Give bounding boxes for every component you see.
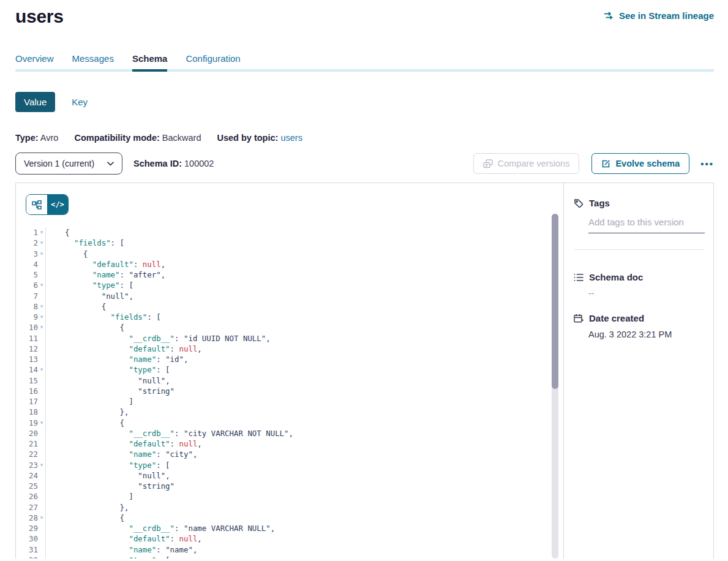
line-gutter: 5 bbox=[22, 269, 46, 280]
fold-toggle-icon[interactable]: ▾ bbox=[38, 420, 45, 426]
fold-toggle-icon[interactable]: ▾ bbox=[38, 282, 45, 288]
editor-scrollbar-track[interactable] bbox=[552, 214, 558, 559]
fold-toggle-icon[interactable]: ▾ bbox=[38, 240, 45, 246]
code-line: 17 ] bbox=[22, 396, 563, 407]
line-number: 20 bbox=[22, 429, 38, 438]
schema-sidebar: Tags Schema doc bbox=[563, 183, 713, 559]
code-line-text[interactable]: "__crdb__": "id UUID NOT NULL", bbox=[46, 334, 271, 343]
code-view-button[interactable]: </> bbox=[47, 195, 68, 214]
code-line-text[interactable]: "fields": [ bbox=[46, 312, 161, 322]
tab-messages[interactable]: Messages bbox=[72, 53, 114, 72]
value-toggle-button[interactable]: Value bbox=[15, 92, 55, 112]
code-line-text[interactable]: "null", bbox=[46, 376, 170, 385]
code-line: 4 "default": null, bbox=[22, 259, 563, 269]
code-lines[interactable]: 1▾{2▾ "fields": [3▾ {4 "default": null,5… bbox=[16, 227, 563, 559]
code-line-text[interactable]: "__crdb__": "name VARCHAR NULL", bbox=[46, 524, 275, 533]
key-toggle-link[interactable]: Key bbox=[72, 97, 88, 107]
compare-versions-button[interactable]: Compare versions bbox=[473, 153, 580, 174]
code-line-text[interactable]: "string" bbox=[46, 386, 174, 396]
fold-toggle-icon[interactable]: ▾ bbox=[38, 304, 45, 309]
stream-lineage-link[interactable]: See in Stream lineage bbox=[604, 10, 714, 21]
line-number: 27 bbox=[22, 503, 38, 512]
line-gutter: 15 bbox=[22, 375, 46, 386]
code-line-text[interactable]: "__crdb__": "city VARCHAR NOT NULL", bbox=[46, 429, 293, 438]
code-line-text[interactable]: ] bbox=[46, 492, 133, 501]
code-line: 3▾ { bbox=[22, 249, 563, 259]
tree-view-button[interactable] bbox=[26, 195, 47, 214]
fold-toggle-icon[interactable]: ▾ bbox=[38, 515, 45, 521]
fold-toggle-icon[interactable]: ▾ bbox=[38, 557, 45, 559]
value-key-toggle: Value Key bbox=[15, 92, 714, 112]
line-gutter: 8▾ bbox=[22, 301, 46, 312]
compatibility-value: Backward bbox=[162, 133, 201, 143]
code-line-text[interactable]: { bbox=[46, 228, 69, 237]
code-line-text[interactable]: }, bbox=[46, 503, 129, 512]
code-line-text[interactable]: { bbox=[46, 302, 106, 311]
fold-toggle-icon[interactable]: ▾ bbox=[38, 367, 45, 372]
code-line-text[interactable]: "default": null, bbox=[46, 439, 202, 448]
type-value: Avro bbox=[40, 133, 59, 143]
tab-configuration[interactable]: Configuration bbox=[186, 53, 240, 72]
code-line-text[interactable]: { bbox=[46, 323, 124, 332]
code-line-text[interactable]: "default": null, bbox=[46, 344, 202, 353]
code-line-text[interactable]: "type": [ bbox=[46, 365, 170, 374]
code-line-text[interactable]: }, bbox=[46, 407, 129, 416]
code-line-text[interactable]: "type": [ bbox=[46, 280, 133, 290]
stream-lineage-icon bbox=[604, 12, 615, 20]
code-line-text[interactable]: "name": "after", bbox=[46, 270, 165, 279]
page-header: users See in Stream lineage bbox=[15, 0, 714, 27]
code-line-text[interactable]: "null", bbox=[46, 471, 170, 480]
line-number: 14 bbox=[22, 365, 38, 374]
date-created-value: Aug. 3 2022 3:21 PM bbox=[588, 329, 704, 339]
code-line-text[interactable]: "name": "name", bbox=[46, 545, 197, 554]
line-gutter: 1▾ bbox=[22, 227, 46, 238]
line-number: 13 bbox=[22, 355, 38, 364]
fold-toggle-icon[interactable]: ▾ bbox=[38, 325, 45, 330]
version-select[interactable]: Version 1 (current) bbox=[15, 152, 122, 175]
fold-toggle-icon[interactable]: ▾ bbox=[38, 251, 45, 257]
code-line-text[interactable]: "name": "id", bbox=[46, 355, 188, 364]
code-line-text[interactable]: { bbox=[46, 249, 88, 258]
code-line: 27 }, bbox=[22, 502, 563, 513]
evolve-schema-button[interactable]: Evolve schema bbox=[591, 153, 689, 174]
code-line-text[interactable]: "fields": [ bbox=[46, 238, 124, 247]
tab-schema[interactable]: Schema bbox=[132, 53, 168, 72]
code-line-text[interactable]: { bbox=[46, 513, 124, 522]
schema-id-label: Schema ID: bbox=[133, 159, 182, 168]
topic-label: Used by topic: bbox=[217, 133, 278, 143]
code-line-text[interactable]: { bbox=[46, 418, 124, 427]
code-line-text[interactable]: "type": [ bbox=[46, 461, 170, 470]
code-line-text[interactable]: "name": "city", bbox=[46, 450, 197, 459]
more-options-button[interactable]: ••• bbox=[700, 159, 714, 169]
tags-input[interactable] bbox=[588, 217, 705, 233]
fold-toggle-icon[interactable]: ▾ bbox=[38, 314, 45, 320]
stream-lineage-label: See in Stream lineage bbox=[619, 10, 714, 21]
fold-toggle-icon[interactable]: ▾ bbox=[38, 462, 45, 468]
code-line: 12 "default": null, bbox=[22, 344, 563, 354]
code-line: 9▾ "fields": [ bbox=[22, 312, 563, 322]
editor-scrollbar-thumb[interactable] bbox=[552, 214, 558, 389]
evolve-schema-label: Evolve schema bbox=[615, 159, 680, 168]
code-line-text[interactable]: ] bbox=[46, 397, 133, 406]
code-line: 24 "null", bbox=[22, 470, 563, 481]
compatibility-mode: Compatibility mode: Backward bbox=[74, 133, 201, 143]
code-line-text[interactable]: "default": null, bbox=[46, 260, 165, 269]
calendar-plus-icon bbox=[574, 314, 584, 323]
code-line-text[interactable]: "type": [ bbox=[46, 555, 170, 559]
fold-toggle-icon[interactable]: ▾ bbox=[38, 230, 45, 235]
topic-link[interactable]: users bbox=[280, 133, 302, 143]
line-number: 6 bbox=[22, 280, 38, 290]
schema-meta: Type: Avro Compatibility mode: Backward … bbox=[15, 133, 714, 143]
code-line: 10▾ { bbox=[22, 322, 563, 333]
line-number: 3 bbox=[22, 249, 38, 258]
tree-view-icon bbox=[32, 200, 42, 209]
tab-overview[interactable]: Overview bbox=[15, 53, 54, 72]
code-line-text[interactable]: "string" bbox=[46, 481, 174, 491]
compare-versions-label: Compare versions bbox=[498, 159, 570, 168]
line-number: 10 bbox=[22, 323, 38, 332]
code-line-text[interactable]: "default": null, bbox=[46, 534, 202, 543]
code-line: 32▾ "type": [ bbox=[22, 555, 563, 559]
line-number: 31 bbox=[22, 545, 38, 554]
line-gutter: 25 bbox=[22, 481, 46, 491]
code-line-text[interactable]: "null", bbox=[46, 292, 133, 301]
